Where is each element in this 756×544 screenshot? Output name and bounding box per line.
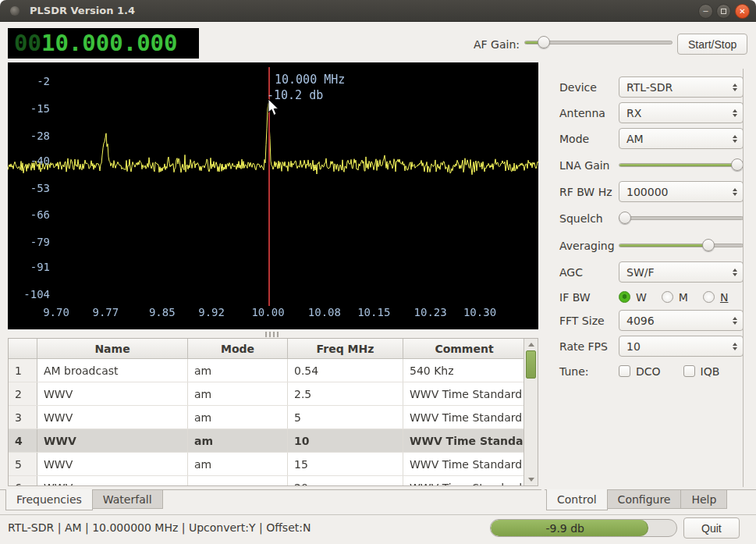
lna-gain-slider[interactable] (619, 158, 744, 172)
header-name[interactable]: Name (37, 339, 188, 358)
tab-configure[interactable]: Configure (607, 490, 682, 509)
ifbw-radio-m[interactable] (662, 291, 673, 303)
cell-comment[interactable]: 540 Khz (403, 359, 525, 382)
rf-bw-spinbox[interactable]: 100000 (619, 181, 744, 202)
title-bar[interactable]: PLSDR Version 1.4 − ✕ (0, 0, 756, 22)
cell-name[interactable]: WWV (37, 476, 188, 486)
ifbw-radio-w[interactable] (619, 291, 630, 303)
tab-frequencies[interactable]: Frequencies (5, 489, 93, 510)
cell-comment[interactable]: WWV Time Standard (403, 382, 525, 405)
squelch-handle[interactable] (619, 212, 631, 224)
dco-label: DCO (636, 365, 661, 378)
cell-mode[interactable]: am (188, 429, 288, 452)
squelch-slider[interactable] (619, 211, 744, 226)
spinner-arrows-icon[interactable] (733, 188, 737, 196)
cell-name[interactable]: WWV (37, 406, 188, 428)
table-scrollbar[interactable] (524, 339, 538, 485)
cell-freq[interactable]: 20 (288, 476, 403, 486)
maximize-button[interactable] (716, 4, 731, 19)
frequency-display[interactable]: 0010.000.000 (8, 28, 199, 59)
af-gain-handle[interactable] (538, 36, 550, 48)
rate-fps-spinbox[interactable]: 10 (619, 336, 744, 357)
table-row[interactable]: 6 WWV am 20 WWV Time Standard (9, 476, 538, 486)
device-value: RTL-SDR (626, 81, 673, 94)
cell-mode[interactable]: am (188, 453, 288, 475)
lna-gain-handle[interactable] (731, 158, 744, 171)
device-select[interactable]: RTL-SDR (619, 76, 744, 98)
table-row[interactable]: 3 WWV am 5 WWV Time Standard (9, 406, 538, 429)
spectrum-display[interactable]: -2-15-28-40-53-66-79-91-104 9.709.779.85… (8, 62, 538, 329)
agc-select[interactable]: SW/F (619, 261, 744, 283)
cell-mode[interactable]: am (188, 406, 288, 428)
cell-mode[interactable]: am (188, 359, 288, 382)
close-button[interactable]: ✕ (735, 4, 750, 19)
cell-name[interactable]: WWV (37, 453, 188, 475)
table-row[interactable]: 5 WWV am 15 WWV Time Standard (9, 453, 538, 476)
cell-freq[interactable]: 15 (288, 453, 403, 475)
table-row[interactable]: 1 AM broadcast am 0.54 540 Khz (9, 359, 538, 382)
x-tick-label: 9.92 (190, 306, 233, 318)
scroll-down-icon[interactable] (528, 478, 534, 482)
spinner-arrows-icon[interactable] (733, 317, 737, 325)
table-row[interactable]: 4 WWV am 10 WWV Time Standard (9, 429, 538, 453)
averaging-handle[interactable] (702, 239, 715, 251)
y-tick-label: -104 (14, 288, 50, 300)
scrollbar-thumb[interactable] (526, 350, 536, 379)
iqb-checkbox[interactable] (683, 365, 695, 377)
cell-freq[interactable]: 5 (288, 406, 403, 428)
tab-control[interactable]: Control (546, 489, 608, 510)
spinner-arrows-icon[interactable] (733, 84, 737, 91)
row-number: 5 (9, 453, 37, 475)
frequency-table: Name Mode Freq MHz Comment 1 AM broadcas… (8, 338, 538, 486)
window-title: PLSDR Version 1.4 (30, 5, 135, 16)
maximize-icon (721, 9, 726, 14)
start-stop-button[interactable]: Start/Stop (677, 34, 747, 55)
tab-waterfall[interactable]: Waterfall (92, 490, 163, 509)
frequency-lit-digits: 10.000.000 (41, 30, 178, 56)
minimize-button[interactable]: − (698, 4, 713, 19)
mode-select[interactable]: AM (619, 128, 744, 149)
header-freq[interactable]: Freq MHz (288, 339, 403, 358)
antenna-select[interactable]: RX (619, 102, 744, 123)
cell-comment[interactable]: WWV Time Standard (403, 429, 525, 452)
splitter-handle[interactable] (265, 331, 286, 338)
cell-name[interactable]: AM broadcast (37, 359, 188, 382)
cell-comment[interactable]: WWV Time Standard (403, 406, 525, 428)
spinner-arrows-icon[interactable] (733, 109, 737, 117)
signal-meter: -9.9 db (490, 519, 677, 537)
cell-mode[interactable]: am (188, 382, 288, 405)
y-tick-label: -15 (14, 102, 50, 115)
dco-checkbox[interactable] (619, 365, 630, 377)
cell-name[interactable]: WWV (37, 429, 188, 452)
x-tick-label: 9.70 (34, 306, 78, 318)
scroll-up-icon[interactable] (528, 343, 534, 347)
cell-freq[interactable]: 10 (288, 429, 403, 452)
x-tick-label: 10.23 (409, 306, 453, 318)
x-tick-label: 9.85 (140, 306, 184, 318)
rf-bw-value: 100000 (626, 186, 668, 198)
averaging-slider[interactable] (619, 238, 744, 253)
table-row[interactable]: 2 WWV am 2.5 WWV Time Standard (9, 382, 538, 406)
signal-meter-label: -9.9 db (491, 520, 639, 536)
spinner-arrows-icon[interactable] (733, 135, 737, 143)
header-mode[interactable]: Mode (188, 339, 288, 358)
fft-size-select[interactable]: 4096 (619, 310, 744, 331)
rate-fps-value: 10 (626, 340, 641, 353)
tab-help[interactable]: Help (680, 490, 727, 509)
squelch-label: Squelch (546, 212, 619, 225)
header-comment[interactable]: Comment (403, 339, 525, 358)
spinner-arrows-icon[interactable] (733, 343, 737, 350)
spinner-arrows-icon[interactable] (733, 268, 737, 276)
y-tick-label: -53 (14, 182, 50, 194)
cell-name[interactable]: WWV (37, 382, 188, 405)
af-gain-slider[interactable] (524, 35, 673, 50)
cell-freq[interactable]: 2.5 (288, 382, 403, 405)
quit-button[interactable]: Quit (683, 517, 740, 539)
cell-comment[interactable]: WWV Time Standard (403, 453, 525, 475)
x-tick-label: 10.00 (247, 306, 290, 318)
cell-comment[interactable]: WWV Time Standard (403, 476, 525, 486)
agc-label: AGC (546, 266, 619, 279)
cell-mode[interactable]: am (188, 476, 288, 486)
ifbw-radio-n[interactable] (703, 291, 715, 303)
cell-freq[interactable]: 0.54 (288, 359, 403, 382)
